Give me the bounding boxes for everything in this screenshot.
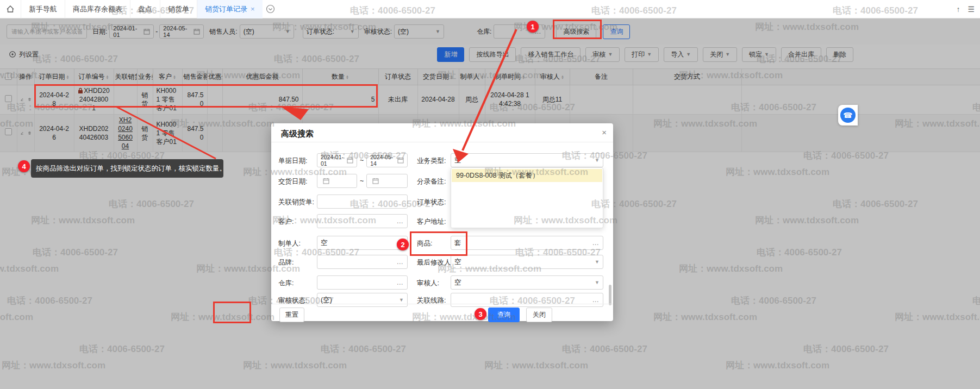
tab-1[interactable]: 新手导航 [21,0,65,18]
tab-bar: 新手导航商品库存余额表盘点销货单销货订单记录× ↑ ☰ [0,0,980,18]
business-type-dropdown-panel: 99-0DS8-008 测试（套餐） [451,167,603,228]
field-label: 客户: [278,217,294,227]
ellipsis-icon[interactable]: … [397,279,404,286]
tab-2[interactable]: 商品库存余额表 [65,0,130,18]
text-input[interactable]: … [317,214,408,228]
tab-label: 新手导航 [29,4,57,14]
dialog-close-icon[interactable]: × [602,128,607,137]
business-type-combobox[interactable]: 空▼ [451,153,603,167]
dialog-scrollbar[interactable] [609,285,611,305]
app-screen: 新手导航商品库存余额表盘点销货单销货订单记录× ↑ ☰ 日期: 2024-01-… [0,0,980,389]
date-input[interactable]: 2024-01-01 [317,153,357,167]
select-input[interactable]: 空▼ [451,275,603,290]
text-input[interactable]: 套… [451,236,603,250]
text-input[interactable]: … [451,293,603,307]
dialog-close-button[interactable]: 关闭 [526,308,552,322]
field-label: 单据日期: [278,156,307,166]
ellipsis-icon[interactable]: … [397,217,404,225]
field-label: 客户地址: [417,217,446,227]
tab-label: 盘点 [138,4,152,14]
chevron-down-icon: ▼ [595,158,600,163]
text-input[interactable] [317,195,408,209]
tab-label: 销货订单记录 [205,4,247,14]
field-label: 交货日期: [278,177,307,186]
reset-button[interactable]: 重置 [279,308,304,322]
headset-icon: ☎ [840,108,856,123]
field-label: 品牌: [278,258,294,267]
text-input[interactable]: … [317,275,408,290]
date-input[interactable]: 2024-05-14 [366,153,408,167]
home-icon[interactable] [0,5,21,14]
advanced-search-dialog: 高级搜索 × 单据日期:2024-01-01~2024-05-14交货日期:~关… [271,123,613,321]
ellipsis-icon[interactable]: … [592,296,600,304]
tab-list-dropdown-icon[interactable] [266,4,275,14]
calendar-icon [323,178,329,184]
field-label: 分录备注: [417,177,446,186]
text-input[interactable]: … [317,255,408,269]
dialog-query-button[interactable]: 查询 [488,308,520,322]
menu-icon[interactable]: ☰ [967,5,975,14]
support-widget[interactable]: ☎ [838,105,858,126]
field-label: 订单状态: [417,198,446,207]
field-label: 最后修改人: [417,258,453,267]
tab-label: 商品库存余额表 [73,4,122,14]
select-input[interactable]: 空▼ [451,255,603,269]
field-label: 商品: [417,239,432,248]
field-label: 关联销货单: [278,198,314,207]
calendar-icon [372,178,379,184]
tab-5[interactable]: 销货订单记录× [197,0,263,18]
tab-4[interactable]: 销货单 [160,0,197,18]
tab-close-icon[interactable]: × [251,5,255,13]
calendar-icon [347,157,353,164]
tab-3[interactable]: 盘点 [130,0,160,18]
chevron-down-icon: ▼ [399,297,404,303]
select-input[interactable]: (空)▼ [317,293,408,307]
ellipsis-icon[interactable]: … [397,258,404,266]
chevron-down-icon: ▼ [595,280,600,285]
calendar-icon [397,157,404,164]
date-input[interactable] [366,174,408,188]
tab-label: 销货单 [168,4,189,14]
scroll-top-icon[interactable]: ↑ [956,5,960,14]
chevron-down-icon: ▼ [595,259,600,265]
dropdown-option[interactable]: 99-0DS8-008 测试（套餐） [452,169,602,182]
field-label: 制单人: [278,239,301,248]
field-label: 审核人: [417,279,439,288]
text-input[interactable]: 空 [317,236,408,250]
field-label: 仓库: [278,279,294,288]
date-input[interactable] [317,174,357,188]
field-label: 业务类型: [417,156,446,166]
ellipsis-icon[interactable]: … [592,239,600,247]
dialog-title: 高级搜索 [281,129,314,139]
